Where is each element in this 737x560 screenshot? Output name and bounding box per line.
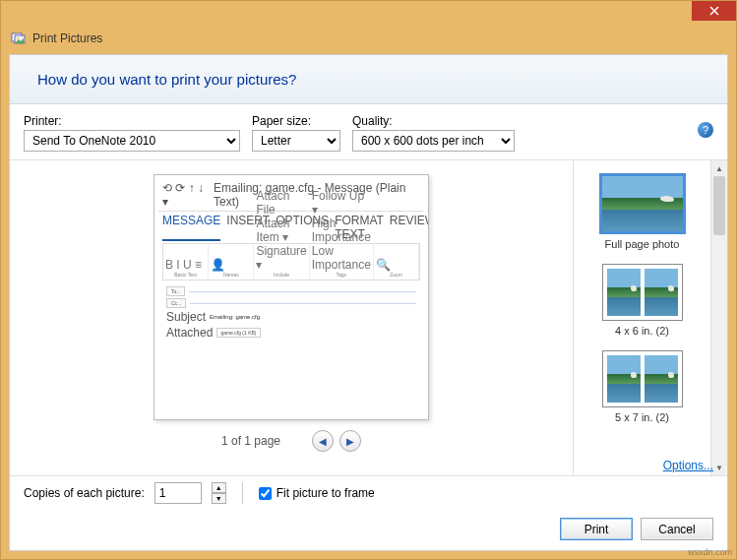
layout-thumb-full [599,173,686,234]
layout-4x6-label: 4 x 6 in. (2) [615,325,669,337]
pictures-icon [11,31,27,46]
prev-page-button[interactable]: ◀ [312,430,334,452]
layout-4x6[interactable]: 4 x 6 in. (2) [597,259,688,342]
options-link[interactable]: Options... [663,459,713,472]
layout-thumb-4x6 [602,264,683,321]
help-icon[interactable]: ? [698,122,713,138]
main-area: ⟲ ⟳ ↑ ↓ ▾ Emailing: game.cfg - Message (… [10,159,727,476]
copies-input[interactable] [154,482,202,504]
title-row: Print Pictures [1,31,736,54]
layout-scrollbar[interactable]: ▲ ▼ [710,160,727,475]
layout-5x7-label: 5 x 7 in. (2) [615,411,669,423]
quality-label: Quality: [352,114,515,128]
scroll-thumb[interactable] [713,176,725,235]
scroll-down-icon[interactable]: ▼ [711,460,727,475]
layout-full-label: Full page photo [605,238,680,250]
layout-list[interactable]: Full page photo 4 x 6 in. (2) 5 x 7 in. … [573,160,710,475]
close-icon [709,6,719,16]
ribbon-tab-review: REVIEW [390,214,429,241]
titlebar [1,1,736,31]
fit-frame-label: Fit picture to frame [276,486,375,500]
scroll-up-icon[interactable]: ▲ [711,160,727,176]
close-button[interactable] [692,1,736,21]
copies-spinner: ▲ ▼ [212,482,226,504]
printer-select[interactable]: Send To OneNote 2010 [24,130,240,152]
dialog-body: How do you want to print your pictures? … [9,54,728,551]
print-pictures-window: Print Pictures How do you want to print … [0,0,737,560]
print-button[interactable]: Print [560,518,633,540]
copies-down-button[interactable]: ▼ [212,493,226,504]
copies-up-button[interactable]: ▲ [212,482,226,493]
copies-label: Copies of each picture: [24,486,145,500]
fit-frame-wrap[interactable]: Fit picture to frame [259,486,375,500]
window-title: Print Pictures [32,31,102,45]
page-preview: ⟲ ⟳ ↑ ↓ ▾ Emailing: game.cfg - Message (… [154,174,429,420]
paper-label: Paper size: [252,114,340,128]
options-row: Options... Copies of each picture: ▲ ▼ F… [10,476,727,510]
layout-thumb-5x7 [602,350,683,407]
email-preview: ⟲ ⟳ ↑ ↓ ▾ Emailing: game.cfg - Message (… [158,179,424,345]
fit-frame-checkbox[interactable] [259,487,272,500]
layout-full-page[interactable]: Full page photo [594,168,691,255]
svg-point-2 [17,37,19,39]
action-buttons: Print Cancel [10,510,727,550]
page-nav: 1 of 1 page ◀ ▶ [221,430,361,452]
next-page-button[interactable]: ▶ [339,430,361,452]
layout-5x7[interactable]: 5 x 7 in. (2) [597,345,688,428]
preview-pane: ⟲ ⟳ ↑ ↓ ▾ Emailing: game.cfg - Message (… [10,160,573,475]
printer-label: Printer: [24,114,240,128]
separator [242,482,243,504]
controls-row: Printer: Send To OneNote 2010 Paper size… [10,104,727,159]
ribbon-tab-message: MESSAGE [162,214,220,241]
watermark: wsxdn.com [688,547,732,557]
header-question: How do you want to print your pictures? [10,55,727,104]
quality-select[interactable]: 600 x 600 dots per inch [352,130,515,152]
cancel-button[interactable]: Cancel [641,518,713,540]
paper-size-select[interactable]: Letter [252,130,340,152]
page-indicator: 1 of 1 page [221,434,280,448]
